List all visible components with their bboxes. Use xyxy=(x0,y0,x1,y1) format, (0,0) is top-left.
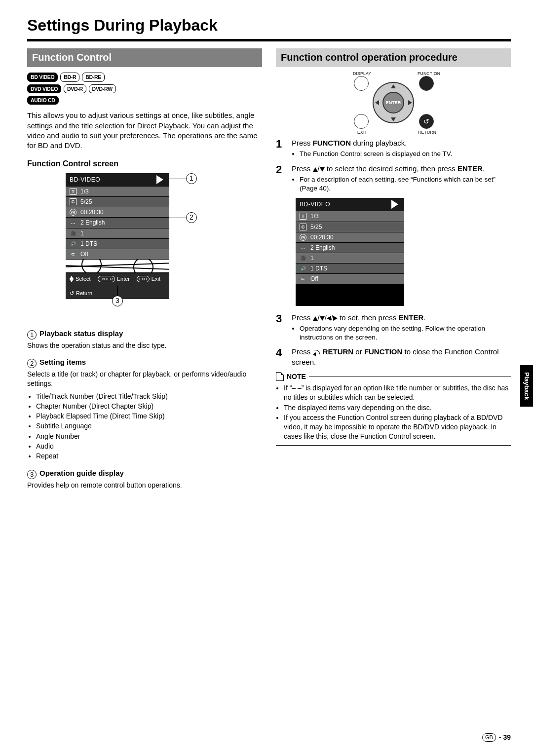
clock-icon: ◷ xyxy=(300,234,306,241)
list-item: Repeat xyxy=(36,451,262,461)
step-4: 4 Press RETURN or FUNCTION to close the … xyxy=(276,347,511,367)
fc-value: 00:20:30 xyxy=(310,233,334,241)
callout-1: 1 xyxy=(186,173,197,184)
exit-pill: EXIT xyxy=(137,276,150,282)
remote-illustration: DISPLAY FUNCTION ENTER ↺ EXIT RETURN xyxy=(344,72,443,131)
note-item: If you access the Function Control scree… xyxy=(284,413,511,441)
down-arrow-icon xyxy=(320,167,325,172)
step-3: 3 Press /// to set, then press ENTER. Op… xyxy=(276,313,511,342)
up-arrow-icon xyxy=(313,316,318,321)
audio-icon: 🔊 xyxy=(300,265,306,272)
sub-head-fc-screen: Function Control screen xyxy=(27,158,262,169)
gb-badge: GB xyxy=(482,733,496,742)
step-number: 2 xyxy=(276,164,287,193)
step-text: or xyxy=(353,347,364,356)
note-icon xyxy=(276,372,284,381)
fc-value: 1/3 xyxy=(310,212,319,220)
step-bold: FUNCTION xyxy=(364,347,403,356)
note-label: NOTE xyxy=(287,372,306,381)
badge-bd-re: BD-RE xyxy=(82,73,105,81)
step-text: during playback. xyxy=(351,139,407,147)
down-arrow-icon xyxy=(320,316,325,321)
footer-dash: - xyxy=(497,733,503,741)
callout-2: 2 xyxy=(186,212,197,223)
repeat-icon: ⊂ xyxy=(300,276,306,283)
left-arrow-icon xyxy=(327,316,331,321)
step-number: 1 xyxy=(276,138,287,158)
item-3-head: 3Operation guide display xyxy=(27,468,262,479)
fc-value: Off xyxy=(80,250,88,258)
page-footer: GB - 39 xyxy=(482,733,511,742)
fc-value: 5/25 xyxy=(80,198,92,206)
step-text: Press xyxy=(292,139,313,147)
step-2: 2 Press / to select the desired setting,… xyxy=(276,164,511,193)
step-bold: RETURN xyxy=(323,347,354,356)
item-number-2: 2 xyxy=(27,359,37,368)
item-number-3: 3 xyxy=(27,470,37,479)
list-item: Title/Track Number (Direct Title/Track S… xyxy=(36,391,262,401)
up-arrow-icon xyxy=(313,167,318,172)
step-sub: Operations vary depending on the setting… xyxy=(300,324,511,342)
fc-value: 2 English xyxy=(80,219,105,227)
display-button xyxy=(354,76,369,91)
badge-bd-r: BD-R xyxy=(60,73,79,81)
play-icon xyxy=(391,200,398,209)
badge-dvd-r: DVD-R xyxy=(64,84,86,93)
badge-bd-video: BD VIDEO xyxy=(27,73,58,81)
list-item: Subtitle Language xyxy=(36,421,262,431)
list-item: Playback Elapsed Time (Direct Time Skip) xyxy=(36,411,262,421)
step-bold: ENTER xyxy=(457,164,483,173)
step-sub: For a description of each setting, see “… xyxy=(300,175,511,193)
callout-3: 3 xyxy=(112,296,123,306)
item-3-desc: Provides help on remote control button o… xyxy=(27,481,262,490)
fc-screen-illustration-2: BD-VIDEO T1/3 C5/25 ◷00:20:30 …2 English… xyxy=(296,198,404,305)
list-item: Chapter Number (Direct Chapter Skip) xyxy=(36,401,262,411)
step-text: Press xyxy=(292,313,313,322)
list-item: Audio xyxy=(36,441,262,451)
play-icon xyxy=(156,175,163,184)
section-head-operation-procedure: Function control operation procedure xyxy=(276,48,511,67)
exit-button xyxy=(354,114,369,129)
remote-label-return: RETURN xyxy=(418,130,436,135)
subtitle-icon: … xyxy=(300,244,306,251)
fc-header-title: BD-VIDEO xyxy=(300,200,330,208)
step-bold: ENTER xyxy=(398,313,423,322)
note-head: NOTE xyxy=(276,372,511,381)
step-sub: The Function Control screen is displayed… xyxy=(300,150,511,158)
enter-button: ENTER xyxy=(382,92,404,113)
item-number-1: 1 xyxy=(27,330,37,340)
note-item: The displayed items vary depending on th… xyxy=(284,403,511,413)
fc-value: 1 DTS xyxy=(310,265,327,272)
angle-icon: 🎥 xyxy=(70,230,76,237)
guide-enter: Enter xyxy=(117,275,130,283)
item-2-head: 2Setting items xyxy=(27,357,262,368)
step-text: Press xyxy=(292,164,313,173)
badge-audio-cd: AUDIO CD xyxy=(27,96,59,105)
right-column: Function control operation procedure DIS… xyxy=(276,48,511,490)
item-2-desc: Selects a title (or track) or chapter fo… xyxy=(27,370,262,388)
item-title-setting-items: Setting items xyxy=(39,358,86,366)
left-column: Function Control BD VIDEO BD-R BD-RE DVD… xyxy=(27,48,262,490)
dpad-up-icon xyxy=(391,84,396,88)
dpad-left-icon xyxy=(375,100,379,105)
function-button xyxy=(419,76,434,91)
title-icon: T xyxy=(300,213,306,220)
repeat-icon: ⊂ xyxy=(70,251,76,258)
intro-paragraph: This allows you to adjust various settin… xyxy=(27,111,262,151)
note-end-rule xyxy=(276,445,511,446)
step-text: . xyxy=(483,164,485,173)
item-1-desc: Shows the operation status and the disc … xyxy=(27,341,262,350)
subtitle-icon: … xyxy=(70,220,76,227)
badge-dvd-video: DVD VIDEO xyxy=(27,84,61,93)
step-text: to set, then press xyxy=(338,313,398,322)
section-head-function-control: Function Control xyxy=(27,48,262,67)
list-item: Angle Number xyxy=(36,431,262,441)
step-text: to select the desired setting, then pres… xyxy=(325,164,457,173)
item-title-playback-status: Playback status display xyxy=(39,329,123,338)
fc-value: 2 English xyxy=(310,244,335,252)
title-icon: T xyxy=(70,188,76,195)
item-title-operation-guide: Operation guide display xyxy=(39,469,124,477)
return-button: ↺ xyxy=(419,114,434,129)
fc-value: 1/3 xyxy=(80,188,89,195)
guide-exit: Exit xyxy=(152,275,160,283)
